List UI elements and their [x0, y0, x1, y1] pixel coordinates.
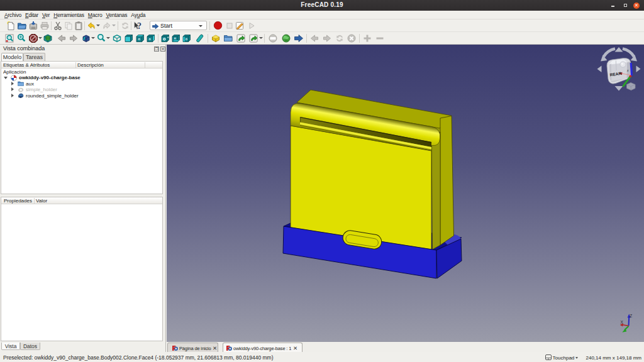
nav-refresh-button[interactable]: [335, 33, 345, 43]
axonometric-dropdown[interactable]: [91, 37, 95, 39]
workbench-selector[interactable]: Start: [150, 21, 207, 30]
draw-style-dropdown[interactable]: [38, 37, 42, 39]
undo-dropdown[interactable]: [96, 25, 100, 26]
nav-stop-button[interactable]: [347, 33, 357, 43]
menu-macro[interactable]: Macro: [86, 12, 104, 18]
close-button[interactable]: ✕: [631, 0, 643, 11]
draw-style-button[interactable]: [28, 33, 38, 43]
left-view-button[interactable]: [182, 33, 192, 43]
start-page-button[interactable]: [294, 33, 304, 43]
nav-down-arrow[interactable]: [615, 86, 623, 91]
expander-closed-icon[interactable]: [11, 87, 14, 91]
wireframe-cube-button[interactable]: [112, 33, 122, 43]
tab-close-icon[interactable]: ✕: [213, 345, 217, 351]
nav-axis-origin: [630, 75, 631, 77]
menu-ver[interactable]: Ver: [40, 12, 52, 18]
fit-selection-button[interactable]: [16, 33, 26, 43]
nav-left-arrow[interactable]: [597, 66, 602, 73]
record-macro-button[interactable]: [213, 21, 223, 31]
tab-label: Página de inicio: [179, 346, 211, 351]
tab-datos[interactable]: Datos: [20, 343, 40, 350]
refresh-button[interactable]: [120, 21, 130, 31]
menu-ayuda[interactable]: Ayuda: [129, 12, 147, 18]
menu-archivo[interactable]: Archivo: [3, 12, 23, 18]
make-link-button[interactable]: [236, 33, 246, 43]
make-sub-link-dropdown[interactable]: [259, 37, 263, 39]
tab-close-icon[interactable]: ✕: [293, 345, 297, 351]
right-view-button[interactable]: [146, 33, 156, 43]
front-view-button[interactable]: [124, 33, 134, 43]
selection-back-button[interactable]: [57, 33, 67, 43]
stop-macro-button[interactable]: [225, 21, 235, 31]
cut-icon: [53, 21, 63, 31]
zoom-in-button[interactable]: [362, 33, 372, 43]
bottom-view-button[interactable]: [171, 33, 181, 43]
top-view-button[interactable]: [135, 33, 145, 43]
tab-tareas[interactable]: Tareas: [23, 53, 45, 61]
cut-button[interactable]: [53, 21, 63, 31]
copy-button[interactable]: [64, 21, 74, 31]
nav-up-arrow[interactable]: [615, 47, 623, 52]
tab-start-page[interactable]: Página de inicio ✕: [167, 343, 218, 353]
nav-rotate-left-icon[interactable]: [604, 49, 615, 57]
property-editor: Propiedades Valor: [1, 197, 163, 341]
save-button[interactable]: [28, 21, 38, 31]
edit-macro-button[interactable]: [235, 21, 245, 31]
property-header-name: Propiedades: [4, 198, 32, 204]
fit-all-button[interactable]: [4, 33, 14, 43]
menu-ventanas[interactable]: Ventanas: [104, 12, 129, 18]
nav-right-arrow[interactable]: [636, 66, 641, 73]
zoom-dropdown[interactable]: [106, 37, 110, 39]
hidden-part-icon: [18, 87, 24, 93]
mouse-model-label[interactable]: Touchpad: [553, 355, 575, 361]
zoom-out-button[interactable]: [375, 33, 385, 43]
nav-forward-button[interactable]: [322, 33, 332, 43]
mouse-model-caret-icon: [575, 357, 578, 359]
left-view-icon: [182, 33, 192, 43]
open-document-button[interactable]: [17, 21, 27, 31]
new-document-button[interactable]: [6, 21, 16, 31]
paste-button[interactable]: [74, 21, 84, 31]
dock-close-icon[interactable]: ✕: [160, 47, 165, 52]
tab-document[interactable]: owkiddy-v90-charge-base : 1 ✕: [223, 343, 303, 353]
freecad-app-icon: [226, 345, 232, 351]
create-part-button[interactable]: [211, 33, 221, 43]
3d-viewport[interactable]: REAR x Z X: [167, 45, 644, 341]
print-button[interactable]: [40, 21, 50, 31]
web-stop-button[interactable]: [268, 33, 278, 43]
dock-float-icon[interactable]: ❐: [154, 47, 159, 52]
tab-vista[interactable]: Vista: [1, 343, 20, 350]
nav-refresh-icon: [335, 33, 345, 43]
new-document-icon: [6, 21, 16, 31]
nav-rotate-right-icon[interactable]: [623, 49, 634, 57]
zoom-button[interactable]: [96, 33, 106, 43]
minimize-button[interactable]: [609, 0, 618, 11]
rear-view-button[interactable]: [160, 33, 170, 43]
create-group-button[interactable]: [223, 33, 233, 43]
measure-button[interactable]: [194, 33, 204, 43]
nav-back-button[interactable]: [309, 33, 319, 43]
expander-open-icon[interactable]: [4, 77, 8, 79]
menu-herramientas[interactable]: Herramientas: [52, 12, 86, 18]
front-view-icon: [124, 33, 134, 43]
navigation-cube[interactable]: REAR x: [597, 47, 641, 91]
nav-axis-z: [631, 63, 631, 75]
run-macro-button[interactable]: [247, 21, 257, 31]
link-navigate-button[interactable]: [43, 33, 53, 43]
expander-closed-icon[interactable]: [11, 82, 14, 85]
nav-mini-cube[interactable]: [627, 83, 636, 90]
undo-icon: [86, 21, 96, 31]
tab-modelo[interactable]: Modelo: [1, 53, 23, 61]
axonometric-view-button[interactable]: [81, 33, 91, 43]
web-home-button[interactable]: [281, 33, 291, 43]
make-sub-link-button[interactable]: [248, 33, 258, 43]
maximize-button[interactable]: [621, 0, 630, 11]
selection-forward-button[interactable]: [69, 33, 79, 43]
expander-closed-icon[interactable]: [11, 94, 14, 97]
redo-dropdown[interactable]: [112, 25, 116, 26]
whats-this-button[interactable]: ?: [133, 21, 143, 31]
property-header-value: Valor: [36, 198, 47, 204]
menu-editar[interactable]: Editar: [23, 12, 40, 18]
undo-button[interactable]: [86, 21, 96, 31]
redo-button[interactable]: [102, 21, 112, 31]
